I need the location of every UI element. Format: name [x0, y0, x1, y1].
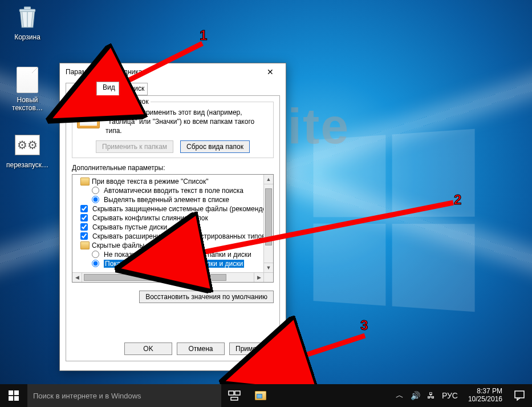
dialog-tabs: Общие Вид Поиск — [66, 83, 280, 95]
folder-icon — [80, 178, 90, 186]
dialog-title: Параметры Проводника — [66, 68, 258, 76]
close-button[interactable]: ✕ — [258, 64, 282, 80]
svg-rect-9 — [9, 390, 13, 395]
folder-view-group: Представление папок Вы можете применить … — [72, 102, 274, 158]
system-tray: ︿ 🔊 🖧 РУС — [390, 390, 464, 401]
task-view-icon — [228, 390, 241, 401]
list-option[interactable]: Скрывать конфликты слияния папок — [75, 213, 273, 223]
tab-view[interactable]: Вид — [96, 82, 119, 95]
scroll-down-icon[interactable]: ▼ — [264, 263, 273, 272]
taskbar-app-explorer[interactable] — [247, 384, 274, 407]
list-option[interactable]: Скрывать расширения для зарегистрированн… — [75, 232, 273, 241]
list-option[interactable]: Скрывать защищенные системные файлы (рек… — [75, 204, 273, 213]
annotation-number-3: 3 — [360, 317, 368, 333]
ok-button[interactable]: OK — [124, 342, 172, 355]
scroll-up-icon[interactable]: ▲ — [264, 175, 273, 184]
list-option[interactable]: Автоматически вводить текст в поле поиск… — [75, 186, 273, 195]
desktop-icon-recycle-bin[interactable]: Корзина — [6, 3, 49, 41]
recycle-bin-icon — [14, 3, 41, 31]
desktop-icon-batch-file[interactable]: ⚙⚙ перезапуск… — [6, 131, 49, 169]
folder-icon — [80, 241, 90, 249]
scroll-right-icon[interactable]: ▶ — [254, 273, 263, 282]
svg-rect-1 — [25, 7, 31, 9]
svg-rect-13 — [229, 391, 234, 395]
restore-defaults-button[interactable]: Восстановить значения по умолчанию — [139, 291, 274, 303]
clock-time: 8:37 PM — [468, 388, 502, 396]
desktop-wallpaper: Корзина Новый текстов… ⚙⚙ перезапуск… Ko… — [0, 0, 532, 384]
svg-rect-14 — [235, 391, 240, 395]
dialog-titlebar[interactable]: Параметры Проводника ✕ — [60, 63, 286, 80]
svg-rect-12 — [14, 396, 19, 401]
action-center-button[interactable] — [507, 384, 532, 407]
advanced-settings-label: Дополнительные параметры: — [72, 164, 274, 172]
text-file-icon — [14, 66, 41, 94]
desktop-icon-label: Корзина — [6, 33, 49, 41]
file-explorer-icon — [255, 391, 266, 400]
windows-logo-icon — [9, 390, 19, 401]
search-placeholder: Поиск в интернете и в Windows — [33, 392, 141, 400]
svg-rect-11 — [9, 396, 13, 401]
list-option[interactable]: Выделять введенный элемент в списке — [75, 195, 273, 204]
tab-general[interactable]: Общие — [66, 83, 96, 95]
desktop-icon-label: Новый текстов… — [6, 96, 49, 112]
tray-language[interactable]: РУС — [442, 391, 458, 400]
tray-chevron-up-icon[interactable]: ︿ — [396, 390, 404, 401]
desktop-icon-label: перезапуск… — [6, 161, 49, 169]
taskbar-clock[interactable]: 8:37 PM 10/25/2016 — [464, 388, 507, 404]
tab-view-panel: Представление папок Вы можете применить … — [66, 95, 280, 361]
reset-folders-button[interactable]: Сброс вида папок — [180, 140, 250, 153]
start-button[interactable] — [0, 384, 27, 407]
apply-to-folders-button: Применить к папкам — [96, 140, 173, 153]
scroll-thumb[interactable] — [84, 274, 226, 281]
svg-rect-16 — [515, 391, 524, 398]
apply-button[interactable]: Применить — [229, 342, 277, 355]
taskbar-search[interactable]: Поиск в интернете и в Windows — [27, 384, 221, 407]
annotation-number-1: 1 — [200, 27, 207, 43]
svg-rect-10 — [14, 390, 19, 395]
scroll-thumb[interactable] — [265, 188, 272, 245]
svg-rect-0 — [19, 9, 35, 11]
folder-view-icon — [77, 108, 100, 128]
list-option[interactable]: Не показывать скрытые файлы, папки и дис… — [75, 250, 273, 259]
cancel-button[interactable]: Отмена — [177, 342, 225, 355]
svg-rect-15 — [231, 397, 238, 400]
clock-date: 10/25/2016 — [468, 396, 502, 404]
svg-line-8 — [288, 336, 365, 361]
tray-network-icon[interactable]: 🖧 — [427, 391, 435, 400]
task-view-button[interactable] — [221, 384, 247, 407]
annotation-arrow-3 — [279, 331, 376, 373]
batch-file-icon: ⚙⚙ — [14, 131, 41, 159]
horizontal-scrollbar[interactable]: ◀ ▶ — [72, 272, 263, 282]
tray-volume-icon[interactable]: 🔊 — [411, 391, 420, 400]
folder-options-dialog: Параметры Проводника ✕ Общие Вид Поиск П… — [59, 63, 286, 371]
list-group: При вводе текста в режиме "Список" — [75, 177, 273, 186]
advanced-settings-list[interactable]: При вводе текста в режиме "Список" Автом… — [72, 174, 274, 283]
list-option-selected[interactable]: Показывать скрытые файлы, папки и диски — [75, 259, 273, 268]
list-group: Скрытые файлы и папки — [75, 241, 273, 250]
tab-search[interactable]: Поиск — [119, 83, 148, 95]
group-legend: Представление папок — [77, 98, 151, 106]
taskbar: Поиск в интернете и в Windows ︿ 🔊 🖧 РУС … — [0, 384, 532, 407]
vertical-scrollbar[interactable]: ▲ ▼ — [263, 175, 273, 282]
folder-view-description: Вы можете применить этот вид (например, … — [105, 108, 269, 136]
scroll-left-icon[interactable]: ◀ — [72, 273, 82, 282]
notification-icon — [514, 390, 525, 401]
desktop-icon-text-file[interactable]: Новый текстов… — [6, 66, 49, 112]
list-option[interactable]: Скрывать пустые диски — [75, 223, 273, 232]
